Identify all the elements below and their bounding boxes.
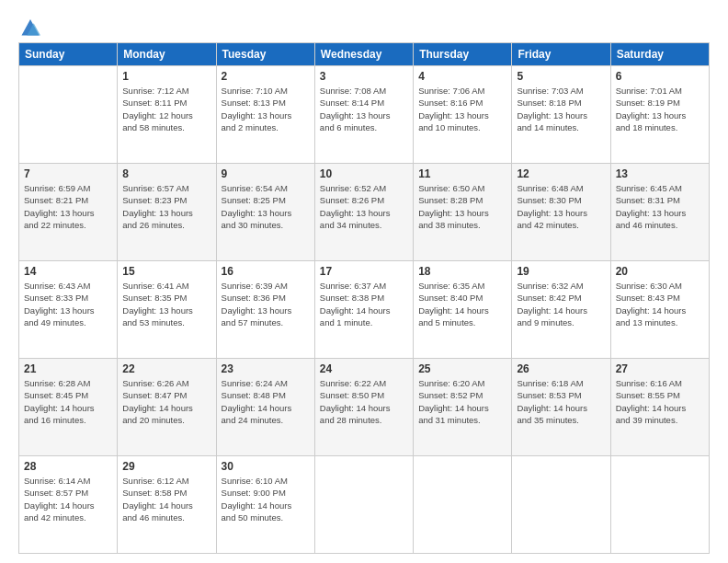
day-number: 19 — [517, 265, 605, 278]
day-info: Sunrise: 6:43 AM Sunset: 8:33 PM Dayligh… — [24, 280, 112, 328]
day-info: Sunrise: 6:28 AM Sunset: 8:45 PM Dayligh… — [24, 377, 112, 426]
day-header-friday: Friday — [512, 43, 610, 66]
day-info: Sunrise: 6:12 AM Sunset: 8:58 PM Dayligh… — [122, 475, 210, 523]
day-header-thursday: Thursday — [414, 43, 512, 66]
day-info: Sunrise: 6:39 AM Sunset: 8:36 PM Dayligh… — [222, 280, 310, 328]
day-info: Sunrise: 7:06 AM Sunset: 8:16 PM Dayligh… — [418, 85, 506, 133]
day-info: Sunrise: 6:54 AM Sunset: 8:25 PM Dayligh… — [222, 182, 310, 231]
day-number: 13 — [616, 167, 704, 180]
calendar-cell: 5Sunrise: 7:03 AM Sunset: 8:18 PM Daylig… — [512, 66, 610, 164]
day-info: Sunrise: 7:10 AM Sunset: 8:13 PM Dayligh… — [222, 85, 310, 133]
day-number: 17 — [320, 265, 408, 278]
day-number: 25 — [418, 362, 506, 375]
week-row-2: 7Sunrise: 6:59 AM Sunset: 8:21 PM Daylig… — [19, 164, 710, 261]
calendar-cell: 19Sunrise: 6:32 AM Sunset: 8:42 PM Dayli… — [512, 261, 610, 359]
calendar-cell: 10Sunrise: 6:52 AM Sunset: 8:26 PM Dayli… — [314, 164, 413, 261]
calendar-cell — [314, 456, 413, 554]
day-info: Sunrise: 7:01 AM Sunset: 8:19 PM Dayligh… — [616, 85, 704, 133]
week-row-1: 1Sunrise: 7:12 AM Sunset: 8:11 PM Daylig… — [19, 66, 710, 164]
day-number: 10 — [320, 167, 408, 180]
day-info: Sunrise: 6:18 AM Sunset: 8:53 PM Dayligh… — [517, 377, 605, 426]
day-info: Sunrise: 6:48 AM Sunset: 8:30 PM Dayligh… — [517, 182, 605, 231]
day-info: Sunrise: 6:20 AM Sunset: 8:52 PM Dayligh… — [418, 377, 506, 426]
day-info: Sunrise: 6:32 AM Sunset: 8:42 PM Dayligh… — [517, 280, 605, 328]
day-number: 11 — [418, 167, 506, 180]
day-header-wednesday: Wednesday — [314, 43, 413, 66]
day-number: 8 — [122, 167, 210, 180]
calendar-cell: 17Sunrise: 6:37 AM Sunset: 8:38 PM Dayli… — [314, 261, 413, 359]
header — [18, 17, 710, 37]
calendar-cell: 12Sunrise: 6:48 AM Sunset: 8:30 PM Dayli… — [512, 164, 610, 261]
calendar-cell: 8Sunrise: 6:57 AM Sunset: 8:23 PM Daylig… — [118, 164, 216, 261]
calendar-cell: 2Sunrise: 7:10 AM Sunset: 8:13 PM Daylig… — [216, 66, 314, 164]
day-number: 3 — [320, 70, 408, 83]
day-info: Sunrise: 6:24 AM Sunset: 8:48 PM Dayligh… — [222, 377, 310, 426]
day-number: 7 — [24, 167, 112, 180]
calendar-cell: 15Sunrise: 6:41 AM Sunset: 8:35 PM Dayli… — [118, 261, 216, 359]
calendar-cell — [19, 66, 118, 164]
day-info: Sunrise: 6:26 AM Sunset: 8:47 PM Dayligh… — [122, 377, 210, 426]
day-info: Sunrise: 6:41 AM Sunset: 8:35 PM Dayligh… — [122, 280, 210, 328]
calendar-cell: 3Sunrise: 7:08 AM Sunset: 8:14 PM Daylig… — [314, 66, 413, 164]
day-number: 28 — [24, 460, 112, 473]
calendar-cell: 20Sunrise: 6:30 AM Sunset: 8:43 PM Dayli… — [610, 261, 709, 359]
day-number: 22 — [122, 362, 210, 375]
calendar-cell — [512, 456, 610, 554]
day-number: 12 — [517, 167, 605, 180]
calendar-cell: 14Sunrise: 6:43 AM Sunset: 8:33 PM Dayli… — [19, 261, 118, 359]
day-number: 21 — [24, 362, 112, 375]
day-info: Sunrise: 6:59 AM Sunset: 8:21 PM Dayligh… — [24, 182, 112, 231]
calendar-cell: 6Sunrise: 7:01 AM Sunset: 8:19 PM Daylig… — [610, 66, 709, 164]
calendar-table: SundayMondayTuesdayWednesdayThursdayFrid… — [18, 42, 710, 554]
calendar-cell: 4Sunrise: 7:06 AM Sunset: 8:16 PM Daylig… — [414, 66, 512, 164]
page: SundayMondayTuesdayWednesdayThursdayFrid… — [0, 0, 728, 563]
calendar-cell: 28Sunrise: 6:14 AM Sunset: 8:57 PM Dayli… — [19, 456, 118, 554]
day-info: Sunrise: 6:45 AM Sunset: 8:31 PM Dayligh… — [616, 182, 704, 231]
day-number: 18 — [418, 265, 506, 278]
calendar-cell: 11Sunrise: 6:50 AM Sunset: 8:28 PM Dayli… — [414, 164, 512, 261]
calendar-cell: 30Sunrise: 6:10 AM Sunset: 9:00 PM Dayli… — [216, 456, 314, 554]
week-row-5: 28Sunrise: 6:14 AM Sunset: 8:57 PM Dayli… — [19, 456, 710, 554]
week-row-4: 21Sunrise: 6:28 AM Sunset: 8:45 PM Dayli… — [19, 359, 710, 456]
day-header-tuesday: Tuesday — [216, 43, 314, 66]
week-row-3: 14Sunrise: 6:43 AM Sunset: 8:33 PM Dayli… — [19, 261, 710, 359]
calendar-cell: 26Sunrise: 6:18 AM Sunset: 8:53 PM Dayli… — [512, 359, 610, 456]
day-number: 27 — [616, 362, 704, 375]
day-number: 26 — [517, 362, 605, 375]
day-info: Sunrise: 6:37 AM Sunset: 8:38 PM Dayligh… — [320, 280, 408, 328]
calendar-cell: 1Sunrise: 7:12 AM Sunset: 8:11 PM Daylig… — [118, 66, 216, 164]
calendar-cell: 22Sunrise: 6:26 AM Sunset: 8:47 PM Dayli… — [118, 359, 216, 456]
calendar-cell — [610, 456, 709, 554]
day-number: 14 — [24, 265, 112, 278]
day-number: 23 — [222, 362, 310, 375]
day-header-monday: Monday — [118, 43, 216, 66]
calendar-cell: 16Sunrise: 6:39 AM Sunset: 8:36 PM Dayli… — [216, 261, 314, 359]
calendar-cell: 29Sunrise: 6:12 AM Sunset: 8:58 PM Dayli… — [118, 456, 216, 554]
day-info: Sunrise: 6:14 AM Sunset: 8:57 PM Dayligh… — [24, 475, 112, 523]
day-number: 24 — [320, 362, 408, 375]
day-number: 4 — [418, 70, 506, 83]
day-number: 15 — [122, 265, 210, 278]
day-number: 30 — [222, 460, 310, 473]
calendar-cell: 7Sunrise: 6:59 AM Sunset: 8:21 PM Daylig… — [19, 164, 118, 261]
calendar-cell: 21Sunrise: 6:28 AM Sunset: 8:45 PM Dayli… — [19, 359, 118, 456]
calendar-body: 1Sunrise: 7:12 AM Sunset: 8:11 PM Daylig… — [19, 66, 710, 554]
logo — [18, 17, 44, 37]
day-number: 16 — [222, 265, 310, 278]
day-info: Sunrise: 7:12 AM Sunset: 8:11 PM Dayligh… — [122, 85, 210, 133]
day-info: Sunrise: 6:52 AM Sunset: 8:26 PM Dayligh… — [320, 182, 408, 231]
calendar-cell: 9Sunrise: 6:54 AM Sunset: 8:25 PM Daylig… — [216, 164, 314, 261]
day-header-saturday: Saturday — [610, 43, 709, 66]
day-info: Sunrise: 6:16 AM Sunset: 8:55 PM Dayligh… — [616, 377, 704, 426]
day-number: 29 — [122, 460, 210, 473]
day-number: 1 — [122, 70, 210, 83]
day-info: Sunrise: 7:08 AM Sunset: 8:14 PM Dayligh… — [320, 85, 408, 133]
day-info: Sunrise: 6:50 AM Sunset: 8:28 PM Dayligh… — [418, 182, 506, 231]
day-info: Sunrise: 6:35 AM Sunset: 8:40 PM Dayligh… — [418, 280, 506, 328]
calendar-cell — [414, 456, 512, 554]
calendar-cell: 13Sunrise: 6:45 AM Sunset: 8:31 PM Dayli… — [610, 164, 709, 261]
calendar-header: SundayMondayTuesdayWednesdayThursdayFrid… — [19, 43, 710, 66]
day-number: 9 — [222, 167, 310, 180]
day-info: Sunrise: 7:03 AM Sunset: 8:18 PM Dayligh… — [517, 85, 605, 133]
calendar-cell: 27Sunrise: 6:16 AM Sunset: 8:55 PM Dayli… — [610, 359, 709, 456]
